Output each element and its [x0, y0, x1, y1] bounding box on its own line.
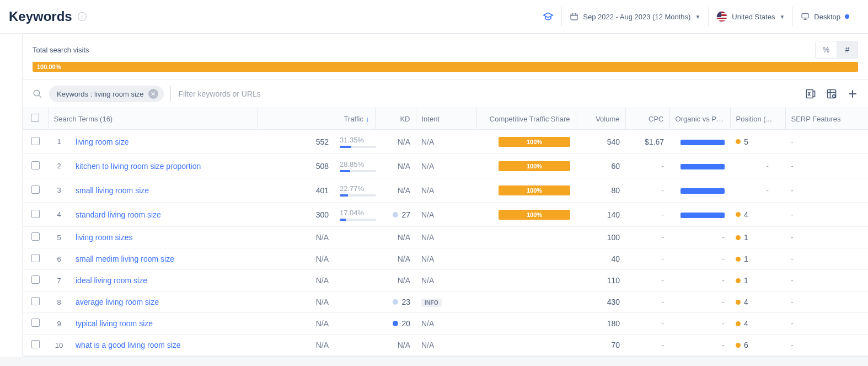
serp-value: -: [785, 313, 868, 335]
intent-value: N/A: [416, 248, 476, 270]
col-volume-header[interactable]: Volume: [576, 108, 625, 130]
traffic-share: 17.04%: [334, 203, 375, 227]
cts-value: 100%: [476, 130, 576, 154]
traffic-share: [334, 313, 375, 335]
volume-value: 110: [576, 270, 625, 291]
chevron-down-icon: ▼: [779, 14, 785, 20]
row-checkbox[interactable]: [31, 275, 40, 284]
table-settings-icon[interactable]: [826, 88, 837, 99]
traffic-value: N/A: [257, 227, 334, 248]
col-search-terms-header[interactable]: Search Terms (16): [48, 108, 257, 130]
ovp-value: -: [669, 313, 730, 335]
search-term-link[interactable]: average living room size: [76, 298, 159, 306]
search-term-link[interactable]: small medim living room size: [76, 254, 174, 263]
col-check-header[interactable]: [23, 108, 48, 130]
svg-rect-4: [828, 90, 836, 98]
add-icon[interactable]: [847, 88, 858, 99]
cpc-value: -: [625, 335, 669, 356]
page-title: Keywords: [9, 9, 72, 24]
position-dot-icon: [736, 235, 741, 240]
table-row: 2kitchen to living room size proportion5…: [23, 154, 868, 178]
volume-value: 180: [576, 313, 625, 335]
col-ovp-header[interactable]: Organic vs Paid: [669, 108, 730, 130]
col-traffic-header[interactable]: Traffic↓: [257, 108, 375, 130]
serp-value: -: [785, 248, 868, 270]
traffic-value: 401: [257, 178, 334, 203]
search-term-link[interactable]: kitchen to living room size proportion: [76, 162, 201, 171]
traffic-share: [334, 248, 375, 270]
row-number: 9: [48, 313, 70, 335]
col-cpc-header[interactable]: CPC: [625, 108, 669, 130]
search-term-link[interactable]: typical living room size: [76, 319, 153, 328]
select-all-checkbox[interactable]: [31, 114, 39, 122]
col-serp-header[interactable]: SERP Features: [785, 108, 868, 130]
row-checkbox[interactable]: [31, 297, 40, 305]
traffic-share: [334, 291, 375, 313]
traffic-share: [334, 270, 375, 291]
position-value: 1: [730, 248, 785, 270]
flag-icon: [716, 11, 727, 22]
position-dot-icon: [736, 212, 741, 217]
chip-remove-icon[interactable]: ✕: [148, 89, 158, 99]
ovp-value: -: [669, 248, 730, 270]
serp-value: -: [785, 154, 868, 178]
ovp-value: -: [669, 270, 730, 291]
row-checkbox[interactable]: [31, 210, 40, 218]
serp-value: -: [785, 227, 868, 248]
position-dot-icon: [736, 343, 741, 348]
page-header: Keywords i Sep 2022 - Aug 2023 (12 Month…: [0, 0, 868, 34]
search-term-link[interactable]: small living room size: [76, 186, 149, 195]
table-row: 9typical living room sizeN/A20N/A180--4-: [23, 313, 868, 335]
cts-value: [476, 313, 576, 335]
search-icon: [33, 89, 42, 99]
row-checkbox[interactable]: [31, 319, 40, 327]
position-dot-icon: [736, 321, 741, 326]
total-visits-section: Total search visits % # 100.00%: [23, 34, 868, 79]
volume-value: 430: [576, 291, 625, 313]
info-icon[interactable]: i: [78, 12, 87, 21]
search-term-link[interactable]: ideal living room size: [76, 276, 147, 285]
export-excel-icon[interactable]: [805, 88, 816, 99]
table-row: 6small medim living room sizeN/AN/AN/A40…: [23, 248, 868, 270]
device-selector[interactable]: Desktop: [792, 7, 857, 26]
traffic-value: N/A: [257, 248, 334, 270]
filter-input[interactable]: [170, 86, 799, 102]
row-checkbox[interactable]: [31, 137, 40, 145]
row-checkbox[interactable]: [31, 161, 40, 169]
ovp-value: [669, 178, 730, 203]
traffic-value: 552: [257, 130, 334, 154]
country-selector[interactable]: United States ▼: [708, 7, 792, 26]
col-intent-header[interactable]: Intent: [416, 108, 476, 130]
row-checkbox[interactable]: [31, 340, 40, 348]
row-number: 2: [48, 154, 70, 178]
filter-chip[interactable]: Keywords : living room size ✕: [49, 86, 164, 102]
traffic-value: N/A: [257, 335, 334, 356]
search-term-link[interactable]: living room sizes: [76, 233, 132, 242]
row-checkbox[interactable]: [31, 254, 40, 262]
col-kd-header[interactable]: KD: [375, 108, 416, 130]
serp-value: -: [785, 178, 868, 203]
cpc-value: -: [625, 270, 669, 291]
device-label: Desktop: [814, 13, 840, 21]
row-number: 7: [48, 270, 70, 291]
toggle-number-button[interactable]: #: [837, 41, 858, 58]
kd-value: N/A: [375, 335, 416, 356]
toggle-percent-button[interactable]: %: [816, 41, 837, 58]
position-dot-icon: [736, 300, 741, 305]
date-range-selector[interactable]: Sep 2022 - Aug 2023 (12 Months) ▼: [561, 7, 708, 26]
traffic-value: 300: [257, 203, 334, 227]
academy-icon[interactable]: [535, 7, 561, 26]
position-value: 5: [730, 130, 785, 154]
volume-value: 70: [576, 335, 625, 356]
intent-value: N/A: [416, 313, 476, 335]
chip-label: Keywords : living room size: [57, 90, 144, 98]
col-cts-header[interactable]: Competitive Traffic Share: [476, 108, 576, 130]
search-term-link[interactable]: living room size: [76, 137, 128, 146]
col-position-header[interactable]: Position (...: [730, 108, 785, 130]
row-checkbox[interactable]: [31, 185, 40, 194]
table-row: 5living room sizesN/AN/AN/A100--1-: [23, 227, 868, 248]
search-term-link[interactable]: standard living room size: [76, 210, 161, 219]
row-checkbox[interactable]: [31, 232, 40, 241]
intent-value: INFO: [416, 291, 476, 313]
search-term-link[interactable]: what is a good living room size: [76, 341, 181, 349]
